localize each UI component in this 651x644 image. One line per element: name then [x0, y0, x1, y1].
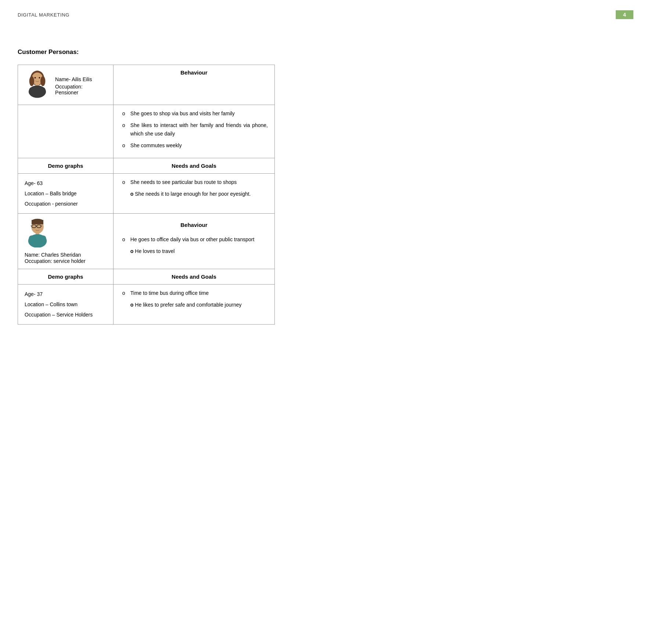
- persona2-age: Age- 37: [25, 289, 107, 299]
- persona1-needs-content: She needs to see particular bus route to…: [113, 173, 274, 213]
- persona1-demo-header: Demo graphs: [18, 158, 114, 173]
- persona1-name: Name- Ailis Eilis: [55, 76, 107, 82]
- list-item: She commutes weekly: [120, 141, 268, 149]
- svg-point-7: [35, 77, 36, 79]
- persona2-needs-content: Time to time bus during office time o He…: [113, 284, 274, 324]
- persona2-demo-header-row: Demo graphs Needs and Goals: [18, 269, 275, 284]
- svg-point-6: [40, 76, 45, 86]
- persona2-text: Name: Charles Sheridan Occupation: servi…: [25, 252, 107, 264]
- svg-point-8: [39, 77, 40, 79]
- persona2-demo-info: Age- 37 Location – Collins town Occupati…: [25, 289, 107, 320]
- list-item: She needs to see particular bus route to…: [120, 178, 268, 186]
- persona1-header-row: Name- Ailis Eilis Occupation: Pensioner …: [18, 65, 275, 105]
- persona2-behaviour-content: Behaviour He goes to office daily via bu…: [113, 213, 274, 269]
- svg-rect-4: [29, 87, 46, 94]
- persona2-behaviour-list: He goes to office daily via bus or other…: [120, 235, 268, 256]
- male-avatar-icon: [25, 218, 50, 247]
- persona1-age: Age- 63: [25, 178, 107, 188]
- persona1-left-empty: [18, 105, 114, 158]
- persona1-occupation: Occupation: Pensioner: [55, 84, 107, 95]
- svg-rect-16: [32, 220, 43, 224]
- persona1-demo-content: Age- 63 Location – Balls bridge Occupati…: [18, 173, 114, 213]
- persona2-location: Location – Collins town: [25, 299, 107, 310]
- list-item: She goes to shop via bus and visits her …: [120, 109, 268, 117]
- persona2-info-block: Name: Charles Sheridan Occupation: servi…: [25, 218, 107, 264]
- svg-rect-19: [29, 235, 46, 244]
- persona2-left-top: Name: Charles Sheridan Occupation: servi…: [18, 213, 114, 269]
- persona1-needs-list: She needs to see particular bus route to…: [120, 178, 268, 198]
- page-header: DIGITAL MARKETING 4: [0, 0, 651, 19]
- persona1-location: Location – Balls bridge: [25, 188, 107, 199]
- persona1-behaviour-header: Behaviour: [113, 65, 274, 105]
- list-item: o He loves to travel: [120, 247, 268, 255]
- persona2-header-row: Name: Charles Sheridan Occupation: servi…: [18, 213, 275, 269]
- persona2-name: Name: Charles Sheridan: [25, 252, 81, 258]
- persona1-demo-info: Age- 63 Location – Balls bridge Occupati…: [25, 178, 107, 209]
- personas-table: Name- Ailis Eilis Occupation: Pensioner …: [18, 65, 275, 325]
- persona1-info-block: Name- Ailis Eilis Occupation: Pensioner: [25, 69, 107, 100]
- persona1-demo-content-row: Age- 63 Location – Balls bridge Occupati…: [18, 173, 275, 213]
- list-item: Time to time bus during office time: [120, 289, 268, 297]
- list-item: She likes to interact with her family an…: [120, 121, 268, 138]
- persona2-demo-content-row: Age- 37 Location – Collins town Occupati…: [18, 284, 275, 324]
- page-title: DIGITAL MARKETING: [18, 12, 69, 18]
- persona2-needs-list: Time to time bus during office time o He…: [120, 289, 268, 309]
- persona1-behaviour-list: She goes to shop via bus and visits her …: [120, 109, 268, 150]
- persona2-demo-header: Demo graphs: [18, 269, 114, 284]
- persona2-occupation: Occupation: service holder: [25, 258, 86, 264]
- list-item: o She needs it to large enough for her p…: [120, 190, 268, 198]
- section-heading: Customer Personas:: [18, 48, 633, 56]
- persona1-demo-header-row: Demo graphs Needs and Goals: [18, 158, 275, 173]
- persona1-text: Name- Ailis Eilis Occupation: Pensioner: [55, 74, 107, 95]
- persona1-behaviour-content: She goes to shop via bus and visits her …: [113, 105, 274, 158]
- persona2-behaviour-header: Behaviour: [120, 218, 268, 232]
- list-item: o He likes to prefer safe and comfortabl…: [120, 301, 268, 309]
- persona1-behaviour-row: She goes to shop via bus and visits her …: [18, 105, 275, 158]
- svg-point-5: [29, 76, 34, 86]
- persona2-needs-header: Needs and Goals: [113, 269, 274, 284]
- svg-line-14: [41, 226, 42, 226]
- persona2-occupation-demo: Occupation – Service Holders: [25, 310, 107, 320]
- persona1-needs-header: Needs and Goals: [113, 158, 274, 173]
- main-content: Customer Personas:: [0, 19, 651, 347]
- svg-line-13: [30, 226, 32, 226]
- persona1-left-top: Name- Ailis Eilis Occupation: Pensioner: [18, 65, 114, 105]
- persona1-occupation-demo: Occupation - pensioner: [25, 199, 107, 209]
- female-avatar-icon: [25, 69, 50, 99]
- page-number: 4: [616, 10, 633, 19]
- persona2-demo-content: Age- 37 Location – Collins town Occupati…: [18, 284, 114, 324]
- list-item: He goes to office daily via bus or other…: [120, 235, 268, 243]
